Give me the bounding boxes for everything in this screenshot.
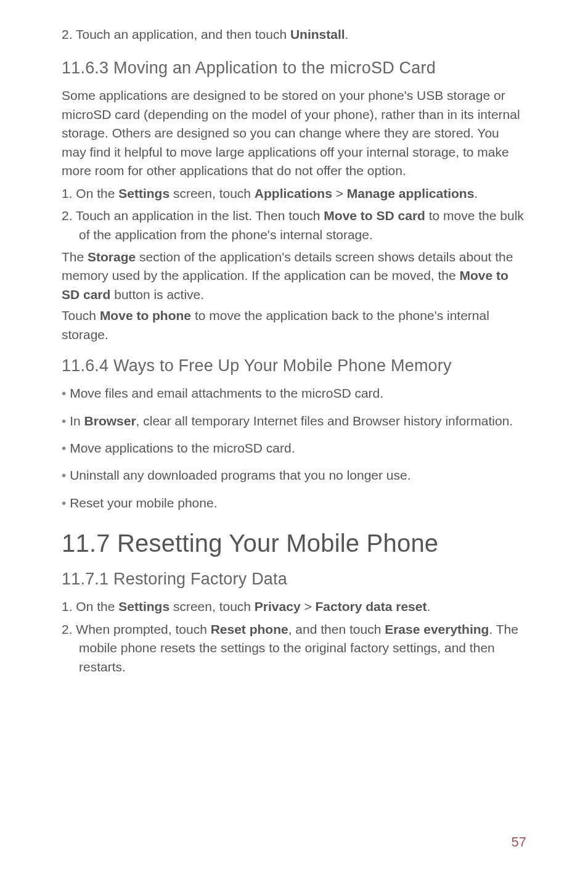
factory-reset-steps: On the Settings screen, touch Privacy > … — [62, 597, 526, 676]
free-memory-item-3: Move applications to the microSD card. — [62, 439, 526, 457]
paragraph-moving-app-intro: Some applications are designed to be sto… — [62, 86, 526, 180]
free-memory-item-5: Reset your mobile phone. — [62, 494, 526, 512]
paragraph-storage-section: The Storage section of the application's… — [62, 248, 526, 304]
moving-app-step-2: Touch an application in the list. Then t… — [62, 207, 526, 244]
heading-11-6-4: 11.6.4 Ways to Free Up Your Mobile Phone… — [62, 356, 526, 375]
free-memory-item-1: Move files and email attachments to the … — [62, 384, 526, 403]
page-number: 57 — [512, 834, 526, 850]
moving-app-step-1: On the Settings screen, touch Applicatio… — [62, 184, 526, 203]
factory-reset-step-2: When prompted, touch Reset phone, and th… — [62, 620, 526, 676]
uninstall-step-2: Touch an application, and then touch Uni… — [62, 25, 526, 44]
paragraph-move-to-phone: Touch Move to phone to move the applicat… — [62, 306, 526, 344]
free-memory-list: Move files and email attachments to the … — [62, 384, 526, 512]
heading-11-7: 11.7 Resetting Your Mobile Phone — [62, 530, 526, 557]
free-memory-item-2: In Browser, clear all temporary Internet… — [62, 412, 526, 430]
moving-app-steps: On the Settings screen, touch Applicatio… — [62, 184, 526, 244]
heading-11-7-1: 11.7.1 Restoring Factory Data — [62, 570, 526, 589]
factory-reset-step-1: On the Settings screen, touch Privacy > … — [62, 597, 526, 616]
free-memory-item-4: Uninstall any downloaded programs that y… — [62, 466, 526, 485]
heading-11-6-3: 11.6.3 Moving an Application to the micr… — [62, 59, 526, 78]
uninstall-step-list: Touch an application, and then touch Uni… — [62, 25, 526, 44]
